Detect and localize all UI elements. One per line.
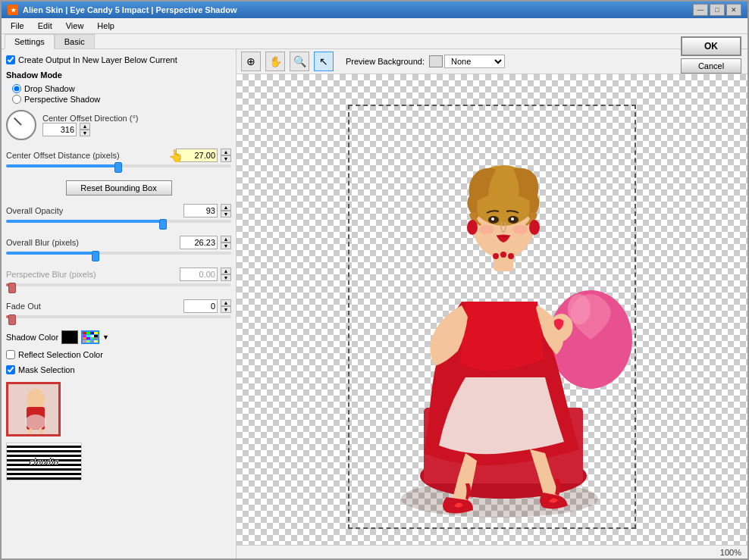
color-dropdown-arrow[interactable]: ▼ (102, 333, 109, 341)
menu-help[interactable]: Help (91, 20, 121, 32)
create-output-checkbox[interactable] (6, 55, 15, 64)
svg-point-24 (508, 253, 514, 259)
reflect-selection-checkbox[interactable] (6, 350, 15, 359)
tab-header-row: Settings Basic OK Cancel (2, 34, 747, 49)
fade-out-row: Fade Out ▲ ▼ (6, 299, 231, 324)
overall-opacity-spin-up[interactable]: ▲ (221, 204, 231, 211)
shadow-mode-group: Drop Shadow Perspective Shadow (6, 84, 231, 104)
perspective-blur-spin-down[interactable]: ▼ (221, 274, 231, 281)
color-cell-16 (94, 340, 98, 343)
fade-out-spin-up[interactable]: ▲ (221, 299, 231, 306)
center-offset-spin-down[interactable]: ▼ (221, 155, 231, 162)
direction-spin-up[interactable]: ▲ (80, 123, 90, 130)
direction-spin-down[interactable]: ▼ (80, 130, 90, 136)
overall-opacity-row: Overall Opacity ▲ ▼ (6, 203, 231, 229)
shadow-color-row: Shadow Color (6, 330, 231, 344)
direction-input[interactable] (42, 123, 77, 136)
perspective-blur-slider-container (6, 283, 231, 291)
watermark-area: claudia (6, 443, 231, 480)
svg-point-3 (25, 415, 46, 430)
watermark-container: claudia (6, 443, 82, 480)
overall-blur-spin: ▲ ▼ (221, 236, 231, 249)
thumbnail-container[interactable] (6, 382, 61, 436)
overall-opacity-thumb[interactable] (159, 219, 167, 230)
perspective-blur-input[interactable] (180, 267, 218, 281)
center-offset-spin-up[interactable]: ▲ (221, 149, 231, 155)
mask-selection-label: Mask Selection (18, 365, 75, 374)
title-bar-controls: — □ ✕ (693, 4, 741, 16)
preview-bg-control: None White Black Gray (429, 55, 505, 68)
overall-blur-spin-up[interactable]: ▲ (221, 236, 231, 242)
overall-opacity-label-row: Overall Opacity ▲ ▼ (6, 204, 231, 217)
menu-view[interactable]: View (60, 20, 90, 32)
overall-blur-label-row: Overall Blur (pixels) ▲ ▼ (6, 236, 231, 249)
overall-blur-label: Overall Blur (pixels) (6, 238, 79, 247)
overall-opacity-input[interactable] (183, 204, 218, 217)
fade-out-label-row: Fade Out ▲ ▼ (6, 299, 231, 313)
direction-input-row: ▲ ▼ (42, 123, 138, 136)
reset-bounding-box-button[interactable]: Reset Bounding Box (66, 180, 172, 196)
overall-opacity-spin: ▲ ▼ (221, 204, 231, 217)
fade-out-input-row: ▲ ▼ (183, 299, 231, 313)
svg-point-22 (493, 253, 499, 259)
svg-point-17 (511, 217, 514, 221)
content-area: Create Output In New Layer Below Current… (2, 49, 747, 558)
preview-background-label: Preview Background: (346, 57, 425, 66)
tool-zoom[interactable]: 🔍 (290, 52, 309, 71)
overall-opacity-input-row: ▲ ▼ (183, 204, 231, 217)
center-offset-distance-row: Center Offset Distance (pixels) 👆 ▲ ▼ (6, 148, 231, 173)
menu-edit[interactable]: Edit (32, 20, 58, 32)
drop-shadow-row: Drop Shadow (12, 84, 231, 93)
maximize-button[interactable]: □ (710, 4, 725, 16)
perspective-blur-thumb[interactable] (8, 283, 16, 293)
tool-select[interactable]: ↖ (314, 52, 334, 71)
zoom-level: 100% (720, 548, 741, 557)
overall-blur-input[interactable] (180, 236, 218, 249)
close-button[interactable]: ✕ (726, 4, 741, 16)
preview-background-select[interactable]: None White Black Gray (444, 55, 505, 68)
color-cell-15 (90, 340, 94, 343)
drop-shadow-radio[interactable] (12, 84, 21, 93)
overall-blur-thumb[interactable] (92, 251, 99, 261)
tab-settings[interactable]: Settings (5, 34, 55, 49)
ok-cancel-area: OK Cancel (681, 36, 741, 74)
overall-blur-spin-down[interactable]: ▼ (221, 242, 231, 249)
create-output-row: Create Output In New Layer Below Current (6, 54, 231, 66)
fade-out-spin: ▲ ▼ (221, 299, 231, 313)
perspective-shadow-radio[interactable] (12, 95, 21, 104)
direction-dial[interactable] (6, 110, 36, 140)
preview-bg-color-swatch (429, 55, 443, 67)
fade-out-thumb[interactable] (8, 314, 16, 325)
app-icon: ★ (8, 5, 18, 15)
color-grid-button[interactable] (81, 330, 99, 344)
fade-out-spin-down[interactable]: ▼ (221, 306, 231, 313)
tool-hand[interactable]: ✋ (265, 52, 285, 71)
perspective-blur-spin-up[interactable]: ▲ (221, 267, 231, 274)
mask-selection-checkbox[interactable] (6, 365, 15, 374)
svg-point-23 (500, 252, 506, 258)
overall-opacity-fill (6, 220, 164, 223)
fade-out-label: Fade Out (6, 302, 41, 311)
tool-crosshair[interactable]: ⊕ (241, 52, 261, 71)
cancel-button[interactable]: Cancel (681, 58, 741, 74)
ok-button[interactable]: OK (681, 36, 741, 56)
minimize-button[interactable]: — (693, 4, 708, 16)
color-swatch[interactable] (61, 330, 78, 344)
menu-file[interactable]: File (5, 20, 30, 32)
tab-basic[interactable]: Basic (55, 34, 95, 48)
shadow-mode-label: Shadow Mode (6, 70, 231, 80)
thumbnail-image (8, 384, 61, 436)
svg-point-20 (467, 220, 478, 235)
fade-out-input[interactable] (183, 299, 218, 313)
overall-opacity-spin-down[interactable]: ▼ (221, 211, 231, 217)
center-offset-thumb[interactable] (114, 162, 122, 173)
center-offset-distance-label: Center Offset Distance (pixels) (6, 151, 120, 160)
title-bar: ★ Alien Skin | Eye Candy 5 Impact | Pers… (2, 2, 747, 18)
perspective-blur-input-row: ▲ ▼ (180, 267, 231, 281)
svg-point-19 (512, 225, 528, 234)
left-panel: Create Output In New Layer Below Current… (2, 49, 237, 558)
fade-out-track (6, 315, 231, 318)
overall-blur-track (6, 252, 231, 255)
create-output-label: Create Output In New Layer Below Current (18, 55, 177, 64)
direction-row: Center Offset Direction (°) ▲ ▼ (6, 110, 231, 140)
